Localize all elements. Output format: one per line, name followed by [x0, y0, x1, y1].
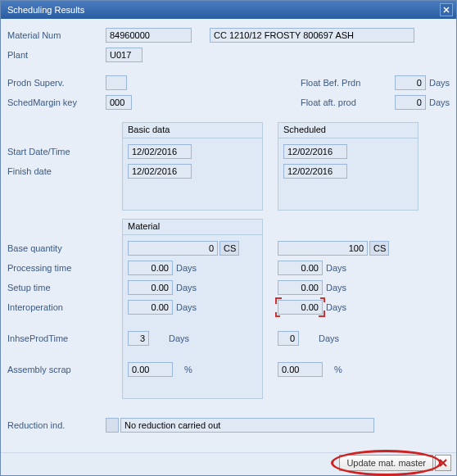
proc-basic-unit: Days [176, 263, 197, 273]
scheduled-panel: 12/02/2016 12/02/2016 [278, 138, 419, 211]
setup-time-label: Setup time [7, 283, 106, 292]
scrap-basic: 0.00 [128, 362, 173, 377]
base-qty-label: Base quantity [7, 243, 106, 253]
setup-basic-unit: Days [176, 283, 197, 292]
footer-toolbar: Update mat. master [1, 452, 456, 472]
base-qty-sched-unit: CS [369, 241, 389, 256]
reduction-text: No reduction carried out [120, 418, 374, 433]
base-qty-basic: 0 [128, 241, 218, 256]
basic-data-header: Basic data [122, 122, 263, 138]
basic-start-value: 12/02/2016 [128, 144, 192, 159]
base-qty-basic-unit: CS [219, 241, 239, 256]
scheduled-header: Scheduled [278, 122, 419, 138]
float-aft-value: 0 [395, 95, 426, 110]
interop-sched-unit: Days [326, 302, 346, 312]
material-basic-panel: 0CS 0.00Days 0.00Days 0.00Days 3Days 0.0… [122, 235, 263, 399]
schedmargin-label: SchedMargin key [7, 97, 106, 107]
material-desc-value: CC 1210/12 FROSTY 800697 ASH [210, 28, 414, 43]
scrap-basic-unit: % [184, 365, 192, 374]
basic-data-panel: 12/02/2016 12/02/2016 [122, 138, 263, 211]
reduction-label: Reduction ind. [7, 420, 106, 430]
reduction-ind [106, 418, 119, 433]
base-qty-sched: 100 [278, 241, 368, 256]
scrap-label: Assembly scrap [7, 365, 106, 374]
scheduled-title: Scheduled [283, 125, 326, 134]
inhse-basic-unit: Days [169, 333, 189, 343]
float-bef-value: 0 [395, 75, 426, 90]
float-aft-label: Float aft. prod [301, 97, 395, 107]
setup-sched-unit: Days [326, 283, 346, 292]
inhse-label: InhseProdTime [7, 333, 106, 343]
scrap-sched-unit: % [334, 365, 342, 374]
start-date-label: Start Date/Time [7, 147, 106, 156]
basic-data-title: Basic data [128, 125, 170, 134]
close-icon [443, 7, 450, 13]
setup-sched: 0.00 [278, 280, 323, 295]
setup-basic: 0.00 [128, 280, 173, 295]
finish-date-label: Finish date [7, 166, 106, 176]
proc-time-label: Processing time [7, 263, 106, 273]
titlebar: Scheduling Results [1, 1, 456, 19]
float-aft-unit: Days [429, 97, 450, 107]
inhse-basic: 3 [128, 331, 149, 346]
cancel-button[interactable] [435, 455, 451, 471]
proc-basic: 0.00 [128, 261, 173, 275]
proc-sched: 0.00 [278, 261, 323, 275]
plant-value: U017 [106, 48, 143, 62]
interop-basic-unit: Days [176, 302, 197, 312]
sched-start-value: 12/02/2016 [283, 144, 347, 159]
inhse-sched-unit: Days [319, 333, 339, 343]
material-title: Material [128, 221, 160, 231]
cancel-icon [439, 459, 447, 467]
sched-finish-value: 12/02/2016 [283, 164, 347, 179]
interop-basic: 0.00 [128, 300, 173, 315]
float-bef-unit: Days [429, 78, 450, 88]
schedmargin-value: 000 [106, 95, 132, 110]
window-close-button[interactable] [440, 3, 453, 16]
proc-sched-unit: Days [326, 263, 346, 273]
window-title: Scheduling Results [7, 5, 84, 15]
interop-label: Interoperation [7, 302, 106, 312]
material-num-label: Material Num [7, 30, 106, 40]
update-mat-master-button[interactable]: Update mat. master [339, 455, 433, 471]
plant-label: Plant [7, 50, 106, 60]
basic-finish-value: 12/02/2016 [128, 164, 192, 179]
material-num-value: 84960000 [106, 28, 192, 43]
float-bef-label: Float Bef. Prdn [301, 78, 395, 88]
scrap-sched: 0.00 [278, 362, 323, 377]
material-header: Material [122, 219, 263, 235]
prodn-superv-value [106, 75, 127, 90]
material-sched-panel: 100CS 0.00Days 0.00Days 0.00Days 0Days 0… [278, 235, 419, 399]
interop-sched[interactable]: 0.00 [278, 300, 323, 315]
inhse-sched: 0 [278, 331, 299, 346]
prodn-superv-label: Prodn Superv. [7, 78, 106, 88]
